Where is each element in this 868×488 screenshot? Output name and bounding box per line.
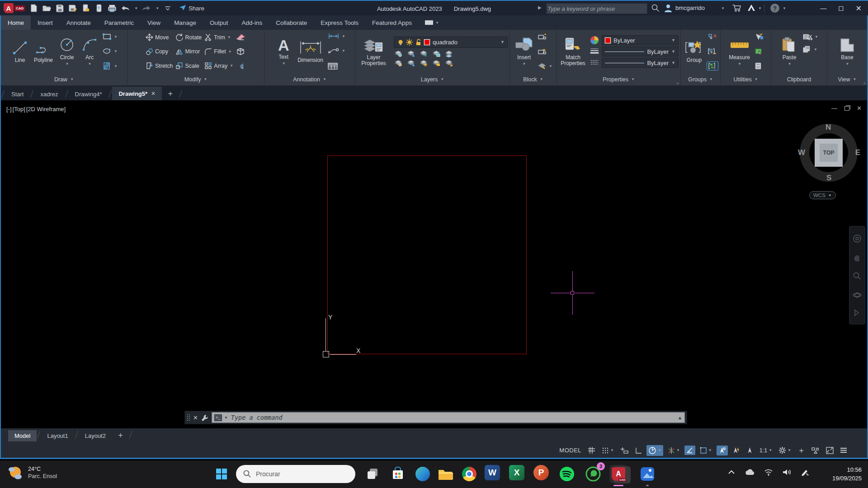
- wifi-icon[interactable]: [764, 469, 773, 476]
- line-tool-button[interactable]: Line: [9, 38, 30, 65]
- layer-thaw-button[interactable]: [419, 59, 428, 67]
- panel-label-view[interactable]: View▼⌟: [827, 73, 867, 85]
- ungroup-button[interactable]: [707, 33, 718, 40]
- panel-label-block[interactable]: Block▼: [510, 73, 557, 85]
- ellipse-dropdown-caret[interactable]: ▼: [114, 49, 118, 53]
- full-navigation-wheel-icon[interactable]: [853, 234, 862, 243]
- file-explorer-icon[interactable]: [436, 465, 454, 483]
- tab-insert[interactable]: Insert: [31, 15, 60, 30]
- search-icon[interactable]: [651, 4, 660, 14]
- close-button[interactable]: ✕: [856, 4, 862, 13]
- panel-label-layers[interactable]: Layers▼: [355, 73, 510, 85]
- quick-calculator-button[interactable]: [754, 62, 764, 70]
- annotation-scale-icon[interactable]: [745, 446, 755, 455]
- polar-caret[interactable]: ▼: [658, 448, 661, 452]
- insert-dropdown-caret[interactable]: ▼: [523, 62, 526, 66]
- cart-icon[interactable]: [732, 4, 741, 14]
- isometric-drafting-button[interactable]: ▼: [666, 446, 682, 455]
- tab-view[interactable]: View: [141, 15, 167, 30]
- text-dropdown-caret[interactable]: ▼: [282, 61, 286, 66]
- tray-chevron-icon[interactable]: [728, 470, 735, 474]
- gear-caret[interactable]: ▼: [788, 448, 791, 452]
- tab-addins[interactable]: Add-ins: [235, 15, 269, 30]
- undo-dropdown-caret[interactable]: ▼: [134, 6, 138, 10]
- user-avatar-icon[interactable]: [664, 4, 673, 14]
- file-tab-drawing4[interactable]: Drawing4*: [69, 88, 108, 100]
- viewport-view-control[interactable]: [Top]: [13, 106, 25, 113]
- clean-screen-button[interactable]: [824, 446, 835, 455]
- redo-dropdown-caret[interactable]: ▼: [156, 6, 159, 10]
- minimize-button[interactable]: —: [820, 5, 826, 12]
- paste-dropdown-caret[interactable]: ▼: [788, 62, 792, 66]
- properties-expander-icon[interactable]: ⌟: [676, 80, 679, 84]
- array-dropdown-caret[interactable]: ▼: [230, 64, 233, 68]
- taskbar-search[interactable]: Procurar: [236, 465, 355, 483]
- save-as-icon[interactable]: [68, 4, 77, 13]
- chrome-icon[interactable]: [460, 465, 478, 483]
- pen-battery-icon[interactable]: [800, 469, 809, 476]
- dimension-tool-button[interactable]: Dimension: [296, 38, 325, 65]
- orbit-icon[interactable]: [853, 291, 862, 300]
- share-button[interactable]: Share: [179, 5, 204, 12]
- app-menu-button[interactable]: A CAD: [4, 3, 25, 13]
- iso-caret[interactable]: ▼: [676, 448, 680, 452]
- isolate-objects-button[interactable]: [810, 446, 821, 455]
- tab-express-tools[interactable]: Express Tools: [314, 15, 365, 30]
- leader-dropdown-caret[interactable]: ▼: [342, 49, 345, 53]
- powerpoint-icon[interactable]: P: [533, 465, 549, 480]
- viewcube-east[interactable]: E: [855, 148, 860, 157]
- offset-tool-button[interactable]: [235, 63, 247, 70]
- mirror-tool-button[interactable]: Mirror: [175, 47, 201, 56]
- dim-dropdown-caret[interactable]: ▼: [342, 34, 345, 38]
- open-from-web-icon[interactable]: [81, 4, 90, 13]
- cut-dropdown-caret[interactable]: ▼: [815, 35, 818, 39]
- username-label[interactable]: bmcgarrido: [675, 5, 705, 11]
- viewport-close-button[interactable]: ✕: [857, 105, 862, 112]
- file-tab-start[interactable]: Start: [5, 88, 30, 100]
- viewport-visualstyle-control[interactable]: [2D Wireframe]: [26, 106, 66, 113]
- viewcube-north[interactable]: N: [826, 123, 831, 132]
- polyline-tool-button[interactable]: Polyline: [32, 38, 55, 65]
- insert-block-button[interactable]: Insert ▼: [513, 36, 535, 67]
- command-caret-icon[interactable]: ▼: [224, 416, 228, 420]
- tab-featured-apps[interactable]: Featured Apps: [365, 15, 419, 30]
- command-close-icon[interactable]: ✕: [193, 414, 198, 421]
- qat-customize-icon[interactable]: [163, 4, 172, 13]
- match-properties-button[interactable]: Match Properties: [559, 36, 587, 68]
- layer-dropdown-caret[interactable]: ▼: [500, 40, 505, 44]
- command-history-toggle[interactable]: ▲: [678, 415, 682, 420]
- maximize-button[interactable]: ◻: [838, 4, 844, 12]
- save-to-mobile-icon[interactable]: [94, 4, 104, 13]
- layer-make-current-button[interactable]: [406, 59, 415, 67]
- snap-mode-button[interactable]: ▼: [600, 446, 616, 455]
- trim-dropdown-caret[interactable]: ▼: [227, 35, 231, 39]
- layer-lock-button[interactable]: [432, 50, 441, 57]
- linetype-dropdown[interactable]: ByLayer ▼: [602, 58, 679, 68]
- layer-unlock-all-button[interactable]: [432, 59, 441, 67]
- hatch-dropdown-caret[interactable]: ▼: [114, 64, 118, 68]
- panel-label-modify[interactable]: Modify▼: [127, 73, 264, 85]
- tab-collaborate[interactable]: Collaborate: [269, 15, 314, 30]
- autodesk-dropdown-caret[interactable]: ▼: [758, 6, 762, 10]
- drawing-area[interactable]: [-] [Top] [2D Wireframe] — ✕ Y X N W E: [0, 100, 868, 428]
- layer-dropdown[interactable]: quadrado ▼: [394, 37, 508, 48]
- move-tool-button[interactable]: Move: [145, 33, 170, 42]
- spotify-icon[interactable]: [558, 465, 576, 483]
- excel-icon[interactable]: X: [509, 465, 524, 480]
- fillet-dropdown-caret[interactable]: ▼: [228, 50, 232, 54]
- linetype-dropdown-caret[interactable]: ▼: [671, 61, 675, 65]
- panel-label-clipboard[interactable]: Clipboard: [771, 73, 827, 85]
- tab-annotate[interactable]: Annotate: [60, 15, 98, 30]
- lineweight-dropdown-caret[interactable]: ▼: [671, 49, 675, 54]
- undo-icon[interactable]: [121, 4, 130, 13]
- layer-on-all-button[interactable]: [394, 59, 403, 67]
- save-icon[interactable]: [55, 4, 64, 13]
- panel-label-properties[interactable]: Properties▼⌟: [557, 73, 681, 85]
- autocad-taskbar-icon[interactable]: A CAD: [609, 465, 627, 483]
- color-dropdown-caret[interactable]: ▼: [671, 38, 675, 42]
- circle-tool-button[interactable]: Circle ▼: [57, 36, 77, 67]
- file-tab-drawing5[interactable]: Drawing5*✕: [112, 87, 162, 100]
- zoom-extents-icon[interactable]: [853, 272, 862, 281]
- trim-tool-button[interactable]: Trim ▼: [203, 33, 231, 42]
- new-layout-button[interactable]: ＋: [117, 430, 124, 440]
